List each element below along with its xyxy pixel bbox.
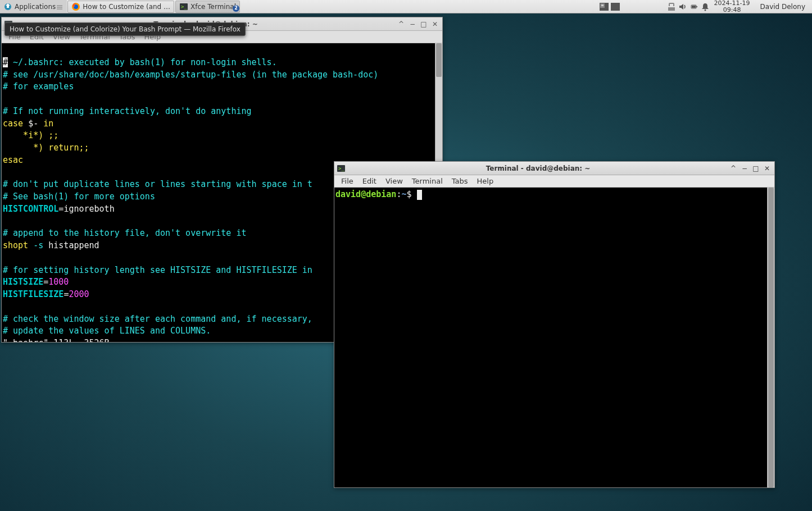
menu-view[interactable]: View: [381, 177, 407, 185]
notifications-tray-icon[interactable]: [700, 0, 711, 13]
bashrc-line: case: [3, 118, 23, 129]
menu-help[interactable]: Help: [473, 177, 498, 185]
maximize-button[interactable]: □: [419, 19, 429, 29]
prompt-dollar: $: [406, 189, 416, 199]
maximize-button[interactable]: □: [751, 163, 761, 174]
terminal-icon: >_: [337, 164, 346, 173]
bashrc-line: # see /usr/share/doc/bash/examples/start…: [3, 70, 378, 80]
bashrc-line: shopt -s histappend: [3, 240, 99, 250]
shade-button[interactable]: ^: [396, 19, 406, 29]
close-button[interactable]: ✕: [762, 163, 772, 174]
shade-button[interactable]: ^: [728, 163, 738, 174]
svg-rect-11: [611, 3, 620, 11]
bashrc-line: # for examples: [3, 81, 74, 92]
bashrc-line: # append to the history file, don't over…: [3, 228, 246, 238]
terminal-window-2[interactable]: >_ Terminal - david@debian: ~ ^ − □ ✕ Fi…: [334, 161, 775, 488]
bashrc-line: ~/.bashrc: executed by bash(1) for non-l…: [8, 57, 277, 67]
top-panel: Applications How to Customize (and … >_ …: [0, 0, 812, 13]
panel-clock[interactable]: 2024-11-19 09:48: [711, 0, 754, 13]
applications-label: Applications: [15, 3, 56, 11]
menu-separator-icon: [56, 3, 63, 11]
clock-date: 2024-11-19: [714, 0, 750, 7]
bashrc-line: HISTCONTROL=ignoreboth: [3, 204, 115, 214]
terminal-menubar: File Edit View Terminal Tabs Help: [334, 175, 774, 188]
taskbar-tooltip: How to Customize (and Colorize) Your Bas…: [4, 22, 246, 36]
bashrc-line: HISTFILESIZE=2000: [3, 289, 89, 299]
scrollbar-thumb[interactable]: [436, 43, 442, 77]
bashrc-line: # don't put duplicate lines or lines sta…: [3, 179, 312, 189]
svg-text:>_: >_: [181, 4, 187, 10]
bashrc-line: # update the values of LINES and COLUMNS…: [3, 326, 211, 336]
svg-rect-13: [696, 6, 697, 7]
menu-edit[interactable]: Edit: [358, 177, 381, 185]
bashrc-line: # for setting history length see HISTSIZ…: [3, 265, 312, 275]
svg-text:>_: >_: [338, 166, 344, 171]
tooltip-text: How to Customize (and Colorize) Your Bas…: [10, 25, 241, 33]
taskbar-item-terminal[interactable]: >_ Xfce Terminal 2: [175, 1, 240, 13]
panel-left: Applications How to Customize (and … >_ …: [0, 0, 241, 13]
cursor-highlight: #: [3, 57, 8, 67]
username-label: David Delony: [760, 3, 805, 11]
menu-terminal[interactable]: Terminal: [407, 177, 447, 185]
volume-tray-icon[interactable]: [677, 0, 688, 13]
taskbar-item-firefox[interactable]: How to Customize (and …: [67, 1, 174, 13]
bashrc-line: esac: [3, 155, 23, 165]
bashrc-line: # See bash(1) for more options: [3, 191, 155, 202]
terminal-cursor: [417, 190, 422, 200]
panel-right: 2024-11-19 09:48 David Delony: [598, 0, 812, 13]
menu-tabs[interactable]: Tabs: [447, 177, 473, 185]
battery-tray-icon[interactable]: [688, 0, 700, 13]
window-titlebar[interactable]: >_ Terminal - david@debian: ~ ^ − □ ✕: [334, 162, 774, 175]
bashrc-line: *) return;;: [3, 143, 89, 153]
terminal-icon: >_: [179, 2, 188, 11]
window-controls: ^ − □ ✕: [728, 163, 772, 174]
taskbar-item-label: How to Customize (and …: [83, 3, 170, 11]
scrollbar-thumb[interactable]: [768, 188, 774, 487]
window-title: Terminal - david@debian: ~: [348, 165, 728, 172]
window-controls: ^ − □ ✕: [396, 19, 440, 29]
clock-time: 09:48: [714, 7, 750, 13]
close-button[interactable]: ✕: [430, 19, 440, 29]
xfce-logo-icon: [3, 2, 12, 11]
menu-file[interactable]: File: [337, 177, 358, 185]
svg-rect-14: [692, 6, 696, 8]
minimize-button[interactable]: −: [407, 19, 418, 29]
user-menu[interactable]: David Delony: [754, 0, 812, 13]
terminal-scrollbar[interactable]: [767, 188, 774, 487]
firefox-icon: [71, 2, 80, 11]
workspace-switcher-2[interactable]: [610, 0, 621, 13]
minimize-button[interactable]: −: [740, 163, 750, 174]
applications-menu[interactable]: Applications: [0, 0, 67, 13]
bashrc-line: HISTSIZE=1000: [3, 277, 69, 287]
bashrc-line: # check the window size after each comma…: [3, 314, 312, 324]
task-count-badge: 2: [233, 5, 239, 12]
keyboard-tray-icon[interactable]: [666, 0, 677, 13]
terminal-content[interactable]: david@debian:~$: [334, 188, 774, 487]
vim-status-line: ".bashrc" 113L, 3526B: [3, 338, 110, 342]
taskbar-item-label: Xfce Terminal: [190, 3, 236, 11]
svg-rect-10: [601, 4, 604, 6]
svg-point-15: [704, 9, 706, 11]
bashrc-line: *i*) ;;: [3, 130, 58, 140]
workspace-switcher-1[interactable]: [598, 0, 610, 13]
prompt-user: david@debian: [335, 189, 396, 199]
bashrc-line: # If not running interactively, don't do…: [3, 106, 252, 116]
